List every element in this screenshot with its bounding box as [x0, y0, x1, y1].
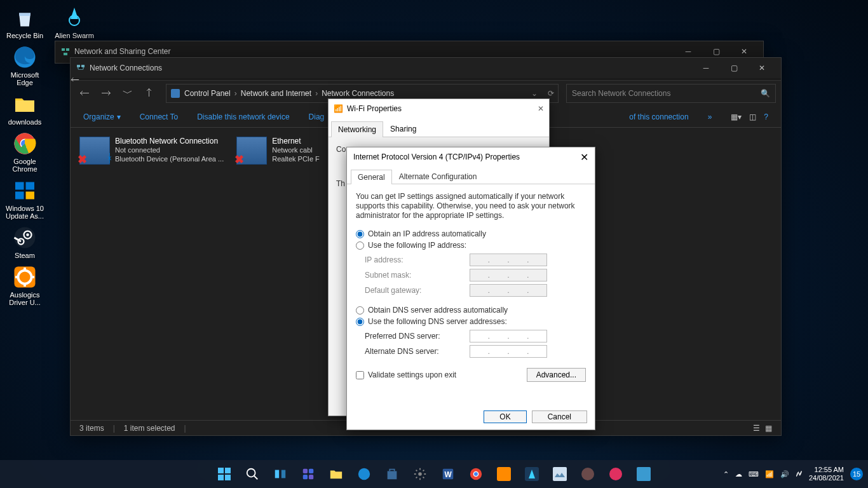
desktop-icon-edge[interactable]: Microsoft Edge	[3, 44, 47, 86]
gateway-input: ...	[470, 284, 547, 297]
back-arrow-icon[interactable]: 🡐	[71, 74, 79, 85]
desktop-icon-recycle-bin[interactable]: Recycle Bin	[3, 5, 47, 39]
svg-rect-23	[225, 468, 231, 473]
disable-device-button[interactable]: Disable this network device	[197, 112, 289, 121]
details-view-icon[interactable]: ☰	[753, 424, 760, 433]
desktop-icon-alien-swarm[interactable]: Alien Swarm	[52, 5, 97, 39]
search-icon[interactable]: 🔍	[761, 89, 770, 98]
desktop-icon-win10-update[interactable]: Windows 10 Update As...	[3, 178, 47, 220]
organize-menu[interactable]: Organize ▾	[83, 112, 121, 121]
keyboard-icon[interactable]: ⌨	[749, 470, 759, 478]
maximize-button[interactable]: ▢	[720, 58, 748, 78]
chrome-icon[interactable]	[463, 461, 489, 487]
edge-icon[interactable]	[351, 461, 377, 487]
battery-icon[interactable]: 🗲	[796, 470, 803, 478]
nav-back-button[interactable]: 🡐	[76, 85, 93, 102]
validate-checkbox[interactable]	[356, 371, 364, 379]
breadcrumb-item[interactable]: Control Panel	[184, 89, 231, 98]
app-icon-1[interactable]	[491, 461, 517, 487]
app-icon-2[interactable]	[519, 461, 545, 487]
close-button[interactable]: ✕	[580, 151, 588, 163]
dialog-tabs: Networking Sharing	[329, 118, 549, 137]
radio-manual-dns-label: Use the following DNS server addresses:	[368, 317, 507, 326]
desktop-icon-downloads[interactable]: downloads	[3, 92, 47, 126]
app-icon-3[interactable]	[547, 461, 573, 487]
chevron-down-icon: ▾	[117, 112, 121, 121]
search-input[interactable]: Search Network Connections 🔍	[566, 84, 776, 103]
close-button[interactable]: ✕	[748, 58, 776, 78]
clock[interactable]: 12:55 AM 24/08/2021	[809, 466, 844, 482]
tab-alternate-config[interactable]: Alternate Configuration	[392, 169, 484, 184]
minimize-button[interactable]: ─	[692, 58, 720, 78]
validate-label: Validate settings upon exit	[368, 370, 456, 379]
advanced-button[interactable]: Advanced...	[527, 368, 586, 382]
svg-rect-34	[388, 471, 397, 479]
desktop-icon-label: Steam	[15, 252, 35, 259]
radio-auto-ip[interactable]	[356, 230, 364, 238]
app-icon-6[interactable]	[631, 461, 656, 487]
search-placeholder: Search Network Connections	[572, 89, 670, 98]
connection-status: Network cabl	[272, 146, 320, 154]
svg-rect-42	[553, 467, 567, 481]
radio-manual-dns[interactable]	[356, 318, 364, 326]
close-button[interactable]: ✕	[538, 104, 544, 113]
svg-rect-31	[303, 475, 308, 479]
breadcrumb-dropdown-icon[interactable]: ⌄	[531, 89, 538, 98]
dialog-title: Wi-Fi Properties	[347, 104, 402, 113]
connect-to-button[interactable]: Connect To	[140, 112, 179, 121]
view-options-icon[interactable]: ▦▾	[731, 112, 742, 121]
svg-rect-7	[26, 182, 35, 190]
svg-rect-45	[637, 467, 651, 481]
file-explorer-icon[interactable]	[323, 461, 349, 487]
app-icon-5[interactable]	[603, 461, 628, 487]
desktop-icon-auslogics[interactable]: Auslogics Driver U...	[3, 264, 47, 306]
ok-button[interactable]: OK	[484, 410, 526, 423]
task-view-icon[interactable]	[268, 461, 293, 487]
nav-recent-button[interactable]: ﹀	[119, 85, 137, 102]
large-icons-view-icon[interactable]: ▦	[765, 424, 772, 433]
word-icon[interactable]: W	[435, 461, 461, 487]
connection-item-ethernet[interactable]: ✖ Ethernet Network cabl Realtek PCIe F	[236, 137, 320, 406]
refresh-icon[interactable]: ⟳	[548, 89, 554, 98]
connection-status-button[interactable]: of this connection	[629, 112, 688, 121]
breadcrumb-item[interactable]: Network and Internet	[241, 89, 311, 98]
radio-manual-ip[interactable]	[356, 241, 364, 250]
desktop-icon-chrome[interactable]: Google Chrome	[3, 131, 47, 173]
diagnose-button[interactable]: Diag	[309, 112, 325, 121]
app-icon-4[interactable]	[575, 461, 600, 487]
onedrive-icon[interactable]: ☁	[735, 470, 742, 478]
desktop-icon-label: Windows 10 Update As...	[3, 205, 47, 220]
svg-rect-30	[309, 469, 313, 473]
start-button[interactable]	[212, 461, 237, 487]
cancel-button[interactable]: Cancel	[532, 410, 587, 423]
tray-overflow-icon[interactable]: ⌃	[723, 470, 729, 478]
tab-networking[interactable]: Networking	[331, 121, 383, 137]
settings-icon[interactable]	[407, 461, 433, 487]
nav-up-button[interactable]: 🡑	[140, 85, 158, 102]
nav-forward-button[interactable]: 🡒	[97, 85, 115, 102]
desktop-icon-label: Google Chrome	[3, 158, 47, 173]
notification-badge[interactable]: 15	[850, 468, 863, 480]
help-icon[interactable]: ?	[764, 112, 768, 121]
bluetooth-adapter-icon: ✖ᚼ	[79, 137, 110, 165]
dialog-title: Internet Protocol Version 4 (TCP/IPv4) P…	[353, 152, 520, 161]
wifi-icon[interactable]: 📶	[765, 470, 774, 478]
connection-item-bluetooth[interactable]: ✖ᚼ Bluetooth Network Connection Not conn…	[79, 137, 224, 406]
preferred-dns-input[interactable]: ...	[470, 330, 547, 342]
desktop-icon-steam[interactable]: Steam	[3, 225, 47, 259]
widgets-icon[interactable]	[295, 461, 321, 487]
tab-sharing[interactable]: Sharing	[383, 121, 423, 137]
volume-icon[interactable]: 🔊	[780, 470, 789, 478]
overflow-icon[interactable]: »	[708, 112, 712, 121]
svg-rect-8	[15, 192, 24, 200]
preview-pane-icon[interactable]: ◫	[749, 112, 756, 121]
store-icon[interactable]	[379, 461, 405, 487]
tab-general[interactable]: General	[351, 170, 392, 184]
connection-device: Realtek PCIe F	[272, 154, 320, 163]
ip-address-input: ...	[470, 254, 547, 266]
search-icon[interactable]	[240, 461, 265, 487]
radio-auto-dns[interactable]	[356, 306, 364, 315]
alternate-dns-input[interactable]: ...	[470, 345, 547, 358]
selection-count: 1 item selected	[124, 424, 175, 433]
breadcrumb-item[interactable]: Network Connections	[322, 89, 394, 98]
